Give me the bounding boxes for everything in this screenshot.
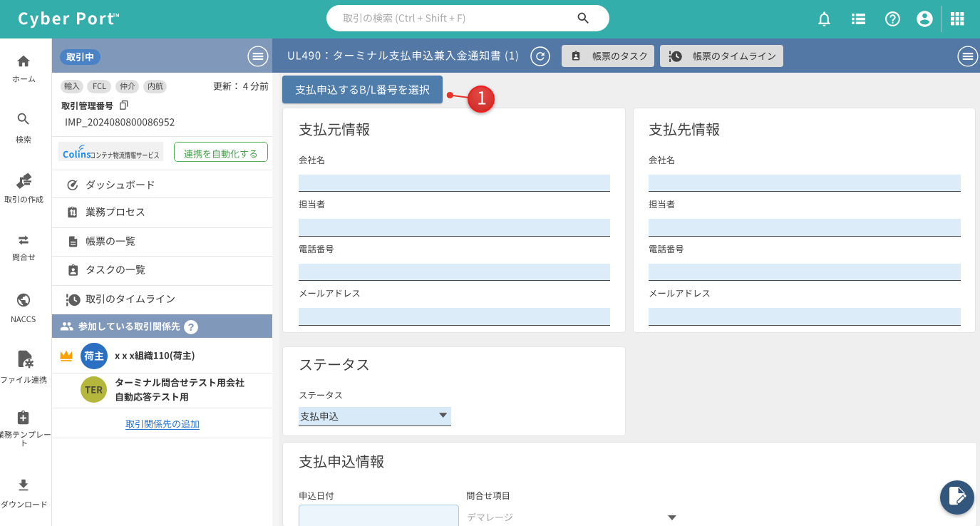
- svg-text:?: ?: [188, 321, 195, 333]
